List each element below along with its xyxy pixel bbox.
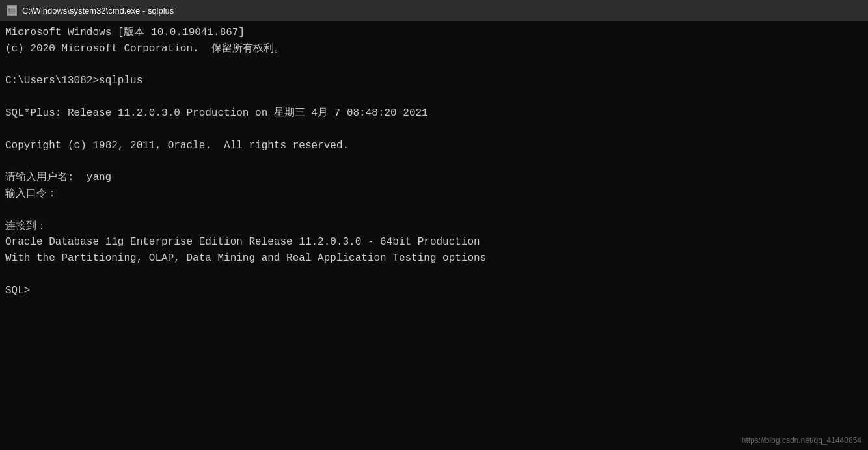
terminal-line: (c) 2020 Microsoft Corporation. 保留所有权利。 bbox=[5, 41, 863, 57]
terminal-line bbox=[5, 122, 863, 138]
svg-text:C:\: C:\ bbox=[8, 8, 16, 12]
terminal-line: 请输入用户名: yang bbox=[5, 170, 863, 186]
terminal-line bbox=[5, 153, 863, 170]
title-bar: C:\ C:\Windows\system32\cmd.exe - sqlplu… bbox=[0, 0, 868, 21]
title-bar-text: C:\Windows\system32\cmd.exe - sqlplus bbox=[22, 6, 174, 16]
terminal-line: Copyright (c) 1982, 2011, Oracle. All ri… bbox=[5, 138, 863, 154]
terminal-line bbox=[5, 57, 863, 73]
terminal-body[interactable]: Microsoft Windows [版本 10.0.19041.867](c)… bbox=[0, 21, 868, 450]
title-bar-icon: C:\ bbox=[7, 5, 17, 16]
terminal-line bbox=[5, 267, 863, 283]
terminal-line: Oracle Database 11g Enterprise Edition R… bbox=[5, 234, 863, 250]
terminal-line bbox=[5, 202, 863, 218]
watermark: https://blog.csdn.net/qq_41440854 bbox=[742, 436, 861, 445]
terminal-line: 输入口令： bbox=[5, 186, 863, 202]
terminal-output: Microsoft Windows [版本 10.0.19041.867](c)… bbox=[5, 25, 863, 299]
terminal-line: SQL> bbox=[5, 283, 863, 299]
terminal-line: SQL*Plus: Release 11.2.0.3.0 Production … bbox=[5, 105, 863, 122]
terminal-line: 连接到： bbox=[5, 218, 863, 235]
terminal-line: Microsoft Windows [版本 10.0.19041.867] bbox=[5, 25, 863, 41]
terminal-line bbox=[5, 89, 863, 105]
terminal-line: With the Partitioning, OLAP, Data Mining… bbox=[5, 250, 863, 267]
terminal-line: C:\Users\13082>sqlplus bbox=[5, 73, 863, 89]
